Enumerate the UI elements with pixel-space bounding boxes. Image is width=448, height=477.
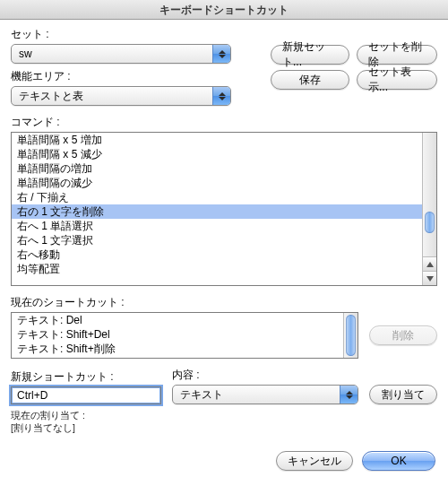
delete-shortcut-button[interactable]: 削除 (369, 325, 437, 345)
scroll-up-button[interactable] (423, 256, 436, 271)
set-label: セット : (11, 27, 262, 42)
current-assignment-value: [割り当てなし] (11, 422, 437, 435)
list-item[interactable]: 右へ移動 (12, 247, 422, 262)
scroll-down-button[interactable] (423, 271, 436, 285)
list-item[interactable]: 右 / 下揃え (12, 190, 422, 204)
ok-button[interactable]: OK (362, 451, 435, 471)
cancel-button-label: キャンセル (288, 454, 341, 469)
updown-icon (340, 386, 358, 403)
window-title: キーボードショートカット (159, 4, 289, 16)
cancel-button[interactable]: キャンセル (276, 451, 353, 471)
current-assignment-label: 現在の割り当て : (11, 410, 437, 422)
context-select-value: テキスト (173, 387, 340, 403)
list-item[interactable]: テキスト: Del (12, 313, 343, 327)
list-item[interactable]: 単語間隔の増加 (12, 161, 422, 176)
list-item[interactable]: 単語間隔 x 5 増加 (12, 133, 422, 147)
scrollbar[interactable] (343, 313, 358, 358)
assign-button[interactable]: 割り当て (369, 385, 437, 404)
list-item[interactable]: 右へ 1 単語選択 (12, 219, 422, 233)
context-label: 内容 : (172, 368, 358, 383)
list-item[interactable]: 単語間隔 x 5 減少 (12, 147, 422, 161)
area-label: 機能エリア : (11, 69, 262, 84)
set-select-value: sw (12, 48, 212, 60)
save-button-label: 保存 (299, 73, 321, 88)
scrollbar[interactable] (422, 133, 436, 285)
save-button[interactable]: 保存 (271, 70, 349, 90)
commands-listbox[interactable]: 単語間隔 x 5 増加単語間隔 x 5 減少単語間隔の増加単語間隔の減少右 / … (11, 132, 437, 286)
current-shortcut-label: 現在のショートカット : (11, 295, 437, 310)
assign-button-label: 割り当て (382, 387, 425, 403)
set-select[interactable]: sw (11, 44, 231, 64)
area-select[interactable]: テキストと表 (11, 86, 231, 106)
list-item[interactable]: 右の 1 文字を削除 (12, 204, 422, 219)
scroll-thumb[interactable] (346, 315, 356, 356)
list-item[interactable]: テキスト: Shift+Del (12, 327, 343, 342)
new-shortcut-input[interactable]: Ctrl+D (11, 386, 161, 404)
list-item[interactable]: 単語間隔の減少 (12, 176, 422, 190)
show-set-button[interactable]: セット表示... (357, 70, 437, 90)
area-select-value: テキストと表 (12, 89, 212, 104)
updown-icon (212, 45, 230, 63)
list-item[interactable]: テキスト: Shift+削除 (12, 342, 343, 356)
delete-set-button[interactable]: セットを削除 (357, 45, 437, 65)
commands-label: コマンド : (11, 115, 437, 130)
ok-button-label: OK (391, 455, 406, 467)
chevron-up-icon (426, 262, 434, 267)
current-shortcut-listbox[interactable]: テキスト: Delテキスト: Shift+Delテキスト: Shift+削除 (11, 312, 358, 359)
chevron-down-icon (426, 276, 434, 282)
window-titlebar: キーボードショートカット (0, 0, 448, 20)
new-set-button[interactable]: 新規セット... (271, 45, 349, 65)
context-select[interactable]: テキスト (172, 385, 358, 404)
new-shortcut-label: 新規ショートカット : (11, 369, 161, 385)
scroll-thumb[interactable] (425, 212, 435, 233)
list-item[interactable]: 均等配置 (12, 262, 422, 276)
updown-icon (212, 87, 230, 105)
delete-shortcut-button-label: 削除 (392, 328, 414, 343)
list-item[interactable]: 右へ 1 文字選択 (12, 233, 422, 247)
new-set-button-label: 新規セット... (282, 39, 338, 70)
show-set-button-label: セット表示... (368, 65, 426, 95)
new-shortcut-value: Ctrl+D (17, 389, 47, 402)
